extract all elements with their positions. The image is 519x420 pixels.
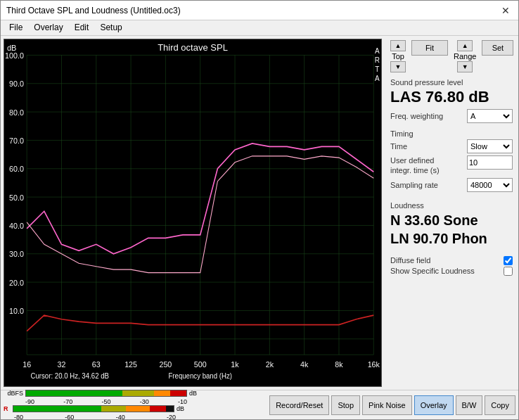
l-meter-row: dBFS dB — [4, 390, 197, 397]
fit-button[interactable]: Fit — [411, 40, 448, 56]
bw-button[interactable]: B/W — [456, 395, 483, 415]
main-content: Third octave SPL ARTA dB — [1, 36, 518, 390]
svg-text:60.0: 60.0 — [9, 165, 24, 173]
stop-button[interactable]: Stop — [331, 395, 360, 415]
r-meter-row: R dB — [4, 405, 197, 412]
range-label: Range — [454, 52, 476, 61]
copy-button[interactable]: Copy — [485, 395, 515, 415]
title-bar: Third Octave SPL and Loudness (Untitled.… — [1, 1, 518, 20]
svg-text:8k: 8k — [335, 360, 343, 369]
svg-text:16k: 16k — [368, 360, 380, 369]
svg-text:Frequency band (Hz): Frequency band (Hz) — [168, 372, 232, 380]
record-reset-button[interactable]: Record/Reset — [269, 395, 329, 415]
svg-text:250: 250 — [159, 360, 172, 369]
freq-weighting-dropdown[interactable]: A C Z — [467, 109, 513, 123]
overlay-button[interactable]: Overlay — [414, 395, 454, 415]
main-window: Third Octave SPL and Loudness (Untitled.… — [0, 0, 519, 420]
scale-labels-bottom: -80 -60 -40 -20 — [14, 414, 197, 421]
checkboxes-section: Diffuse field Show Specific Loudness — [390, 256, 513, 277]
menu-edit[interactable]: Edit — [69, 22, 95, 34]
db-label-top: dB — [189, 390, 197, 397]
svg-text:100.0: 100.0 — [5, 51, 24, 60]
top-down-button[interactable]: ▼ — [390, 61, 406, 72]
svg-text:70.0: 70.0 — [9, 136, 24, 145]
dbfs-section: dBFS dB — [4, 390, 197, 421]
close-button[interactable]: ✕ — [499, 4, 513, 18]
loudness-section: Loudness N 33.60 Sone LN 90.70 Phon — [390, 201, 513, 248]
svg-text:63: 63 — [92, 360, 101, 369]
user-defined-input[interactable] — [467, 155, 513, 170]
top-up-button[interactable]: ▲ — [390, 40, 406, 51]
svg-text:10.0: 10.0 — [9, 307, 24, 315]
svg-text:32: 32 — [58, 360, 66, 369]
spl-section-label: Sound pressure level — [390, 78, 513, 87]
svg-text:125: 125 — [124, 360, 137, 369]
top-label: Top — [392, 52, 404, 61]
time-label: Time — [390, 142, 407, 151]
right-panel: ▲ Top ▼ Fit ▲ Range ▼ Set Sound — [385, 36, 518, 390]
bottom-bar: dBFS dB — [1, 390, 518, 419]
set-button[interactable]: Set — [482, 40, 513, 56]
dbfs-label: dBFS — [4, 390, 23, 397]
timing-section: Timing Time Slow Fast User defined integ… — [390, 129, 513, 194]
time-row: Time Slow Fast — [390, 139, 513, 153]
svg-text:4k: 4k — [300, 360, 309, 369]
range-up-button[interactable]: ▲ — [457, 40, 473, 51]
menu-overlay[interactable]: Overlay — [28, 22, 68, 34]
r-channel-label: R — [4, 405, 11, 412]
window-title: Third Octave SPL and Loudness (Untitled.… — [6, 6, 181, 15]
db-label-bottom: dB — [177, 405, 184, 412]
diffuse-field-label: Diffuse field — [390, 256, 430, 265]
ln-value: LN 90.70 Phon — [390, 229, 513, 248]
chart-svg: 100.0 90.0 80.0 70.0 60.0 50.0 40.0 30.0… — [4, 39, 381, 386]
range-nav-group: ▲ Range ▼ — [454, 40, 476, 72]
show-specific-row: Show Specific Loudness — [390, 267, 513, 276]
l-meter: dB — [25, 390, 197, 397]
spl-value: LAS 76.80 dB — [390, 88, 513, 106]
time-dropdown[interactable]: Slow Fast — [467, 139, 513, 153]
diffuse-field-row: Diffuse field — [390, 256, 513, 265]
svg-text:1k: 1k — [231, 360, 239, 369]
diffuse-field-checkbox[interactable] — [504, 256, 513, 265]
menu-setup[interactable]: Setup — [94, 22, 127, 34]
pink-noise-button[interactable]: Pink Noise — [362, 395, 412, 415]
sampling-rate-row: Sampling rate 48000 44100 — [390, 178, 513, 192]
svg-text:50.0: 50.0 — [9, 193, 24, 201]
timing-label: Timing — [390, 129, 513, 138]
svg-text:Cursor:  20.0 Hz, 34.62 dB: Cursor: 20.0 Hz, 34.62 dB — [31, 372, 110, 380]
user-defined-label: User defined integr. time (s) — [390, 155, 454, 176]
show-specific-label: Show Specific Loudness — [390, 267, 475, 275]
freq-weighting-label: Freq. weighting — [390, 112, 443, 120]
freq-weighting-row: Freq. weighting A C Z — [390, 109, 513, 123]
sampling-rate-dropdown[interactable]: 48000 44100 — [467, 178, 513, 192]
nav-controls: ▲ Top ▼ Fit ▲ Range ▼ Set — [390, 40, 513, 72]
n-value: N 33.60 Sone — [390, 211, 513, 229]
svg-text:20.0: 20.0 — [9, 278, 24, 286]
spl-section: Sound pressure level LAS 76.80 dB Freq. … — [390, 78, 513, 125]
sampling-rate-label: Sampling rate — [390, 181, 438, 189]
scale-labels-top: -90 -70 -50 -30 -10 — [25, 398, 197, 405]
svg-text:90.0: 90.0 — [9, 79, 24, 88]
show-specific-checkbox[interactable] — [504, 267, 513, 276]
chart-area: Third octave SPL ARTA dB — [4, 39, 382, 387]
loudness-label: Loudness — [390, 201, 513, 210]
svg-text:16: 16 — [23, 360, 31, 369]
range-down-button[interactable]: ▼ — [457, 61, 473, 72]
svg-text:80.0: 80.0 — [9, 108, 24, 116]
menu-bar: File Overlay Edit Setup — [1, 20, 518, 36]
svg-text:30.0: 30.0 — [9, 250, 24, 258]
bottom-buttons: Record/Reset Stop Pink Noise Overlay B/W… — [269, 395, 515, 415]
svg-text:2k: 2k — [266, 360, 274, 369]
svg-text:500: 500 — [194, 360, 207, 369]
top-nav-group: ▲ Top ▼ — [390, 40, 406, 72]
r-meter: dB — [13, 405, 184, 412]
svg-text:40.0: 40.0 — [9, 222, 24, 230]
user-defined-row: User defined integr. time (s) — [390, 155, 513, 176]
menu-file[interactable]: File — [4, 22, 28, 34]
